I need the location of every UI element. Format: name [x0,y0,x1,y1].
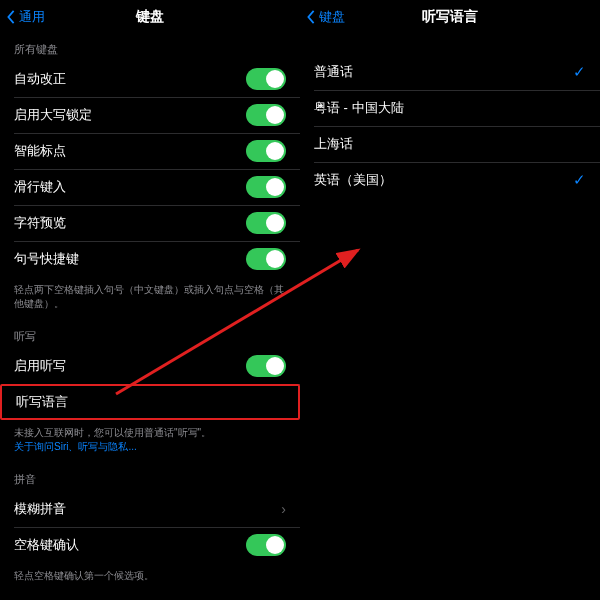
footer-dictation: 未接入互联网时，您可以使用普通话"听写"。 关于询问Siri、听写与隐私... [0,420,300,464]
label: 空格键确认 [14,536,79,554]
siri-privacy-link[interactable]: 关于询问Siri、听写与隐私... [14,441,137,452]
toggle-icon[interactable] [246,68,286,90]
toggle-icon[interactable] [246,248,286,270]
footer-period: 轻点两下空格键插入句号（中文键盘）或插入句点与空格（其他键盘）。 [0,277,300,321]
toggle-icon[interactable] [246,355,286,377]
row-auto-correct[interactable]: 自动改正 [0,61,300,97]
chevron-right-icon: › [281,501,286,517]
label: 句号快捷键 [14,250,79,268]
toggle-icon[interactable] [246,176,286,198]
lang-item-english-us[interactable]: 英语（美国） ✓ [300,162,600,198]
chevron-left-icon [6,10,16,24]
label: 自动改正 [14,70,66,88]
page-title: 键盘 [136,8,164,26]
toggle-icon[interactable] [246,212,286,234]
footer-text: 未接入互联网时，您可以使用普通话"听写"。 [14,427,211,438]
left-navbar: 通用 键盘 [0,0,300,34]
lang-item-cantonese[interactable]: 粤语 - 中国大陆 [300,90,600,126]
label: 模糊拼音 [14,500,66,518]
check-icon: ✓ [573,63,586,81]
lang-item-shanghainese[interactable]: 上海话 [300,126,600,162]
dictation-languages-pane: 键盘 听写语言 普通话 ✓ 粤语 - 中国大陆 上海话 英语（美国） ✓ [300,0,600,600]
label: 滑行键入 [14,178,66,196]
label: 启用大写锁定 [14,106,92,124]
footer-space: 轻点空格键确认第一个候选项。 [0,563,300,593]
row-enable-dictation[interactable]: 启用听写 [0,348,300,384]
label: 粤语 - 中国大陆 [314,99,404,117]
label: 启用听写 [14,357,66,375]
back-label: 通用 [19,8,45,26]
row-slide-type[interactable]: 滑行键入 [0,169,300,205]
group-pinyin: 拼音 [0,464,300,491]
label: 普通话 [314,63,353,81]
group-dictation: 听写 [0,321,300,348]
row-fuzzy-pinyin[interactable]: 模糊拼音 › [0,491,300,527]
right-navbar: 键盘 听写语言 [300,0,600,34]
label: 英语（美国） [314,171,392,189]
row-caps-lock[interactable]: 启用大写锁定 [0,97,300,133]
settings-keyboard-pane: 通用 键盘 所有键盘 自动改正 启用大写锁定 智能标点 滑行键入 字符预览 句号… [0,0,300,600]
back-button-keyboard[interactable]: 键盘 [306,8,345,26]
row-period-shortcut[interactable]: 句号快捷键 [0,241,300,277]
check-icon: ✓ [573,171,586,189]
toggle-icon[interactable] [246,534,286,556]
chevron-left-icon [306,10,316,24]
row-smart-punctuation[interactable]: 智能标点 [0,133,300,169]
row-char-preview[interactable]: 字符预览 [0,205,300,241]
back-button-general[interactable]: 通用 [6,8,45,26]
label: 上海话 [314,135,353,153]
page-title: 听写语言 [422,8,478,26]
row-space-confirm[interactable]: 空格键确认 [0,527,300,563]
toggle-icon[interactable] [246,140,286,162]
label: 智能标点 [14,142,66,160]
label: 字符预览 [14,214,66,232]
toggle-icon[interactable] [246,104,286,126]
label: 听写语言 [16,393,68,411]
back-label: 键盘 [319,8,345,26]
group-english: 英语 [0,593,300,600]
row-dictation-languages[interactable]: 听写语言 [0,384,300,420]
group-all-keyboards: 所有键盘 [0,34,300,61]
lang-item-mandarin[interactable]: 普通话 ✓ [300,54,600,90]
